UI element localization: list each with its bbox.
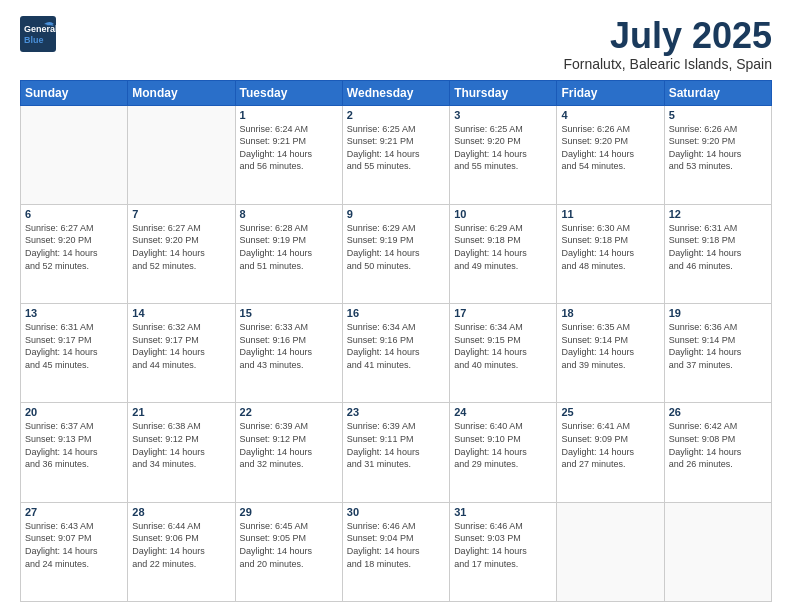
calendar-cell: 30Sunrise: 6:46 AM Sunset: 9:04 PM Dayli… <box>342 502 449 601</box>
weekday-header: Sunday <box>21 80 128 105</box>
day-number: 4 <box>561 109 659 121</box>
calendar-cell: 22Sunrise: 6:39 AM Sunset: 9:12 PM Dayli… <box>235 403 342 502</box>
calendar-cell: 8Sunrise: 6:28 AM Sunset: 9:19 PM Daylig… <box>235 204 342 303</box>
day-info: Sunrise: 6:24 AM Sunset: 9:21 PM Dayligh… <box>240 123 338 173</box>
calendar-cell: 20Sunrise: 6:37 AM Sunset: 9:13 PM Dayli… <box>21 403 128 502</box>
day-number: 12 <box>669 208 767 220</box>
day-info: Sunrise: 6:45 AM Sunset: 9:05 PM Dayligh… <box>240 520 338 570</box>
day-info: Sunrise: 6:26 AM Sunset: 9:20 PM Dayligh… <box>561 123 659 173</box>
weekday-header: Monday <box>128 80 235 105</box>
day-number: 16 <box>347 307 445 319</box>
day-info: Sunrise: 6:42 AM Sunset: 9:08 PM Dayligh… <box>669 420 767 470</box>
day-number: 10 <box>454 208 552 220</box>
weekday-header: Friday <box>557 80 664 105</box>
day-info: Sunrise: 6:46 AM Sunset: 9:03 PM Dayligh… <box>454 520 552 570</box>
calendar-week-row: 13Sunrise: 6:31 AM Sunset: 9:17 PM Dayli… <box>21 304 772 403</box>
day-info: Sunrise: 6:32 AM Sunset: 9:17 PM Dayligh… <box>132 321 230 371</box>
day-info: Sunrise: 6:29 AM Sunset: 9:19 PM Dayligh… <box>347 222 445 272</box>
day-info: Sunrise: 6:37 AM Sunset: 9:13 PM Dayligh… <box>25 420 123 470</box>
day-info: Sunrise: 6:44 AM Sunset: 9:06 PM Dayligh… <box>132 520 230 570</box>
day-info: Sunrise: 6:33 AM Sunset: 9:16 PM Dayligh… <box>240 321 338 371</box>
day-info: Sunrise: 6:41 AM Sunset: 9:09 PM Dayligh… <box>561 420 659 470</box>
day-number: 31 <box>454 506 552 518</box>
calendar-cell: 6Sunrise: 6:27 AM Sunset: 9:20 PM Daylig… <box>21 204 128 303</box>
day-number: 18 <box>561 307 659 319</box>
calendar-cell: 26Sunrise: 6:42 AM Sunset: 9:08 PM Dayli… <box>664 403 771 502</box>
calendar-cell: 10Sunrise: 6:29 AM Sunset: 9:18 PM Dayli… <box>450 204 557 303</box>
day-info: Sunrise: 6:35 AM Sunset: 9:14 PM Dayligh… <box>561 321 659 371</box>
svg-text:Blue: Blue <box>24 35 44 45</box>
calendar-week-row: 6Sunrise: 6:27 AM Sunset: 9:20 PM Daylig… <box>21 204 772 303</box>
day-number: 28 <box>132 506 230 518</box>
calendar-cell: 13Sunrise: 6:31 AM Sunset: 9:17 PM Dayli… <box>21 304 128 403</box>
day-info: Sunrise: 6:40 AM Sunset: 9:10 PM Dayligh… <box>454 420 552 470</box>
calendar-cell: 14Sunrise: 6:32 AM Sunset: 9:17 PM Dayli… <box>128 304 235 403</box>
day-number: 1 <box>240 109 338 121</box>
calendar-cell: 15Sunrise: 6:33 AM Sunset: 9:16 PM Dayli… <box>235 304 342 403</box>
weekday-header: Saturday <box>664 80 771 105</box>
day-info: Sunrise: 6:39 AM Sunset: 9:11 PM Dayligh… <box>347 420 445 470</box>
day-info: Sunrise: 6:38 AM Sunset: 9:12 PM Dayligh… <box>132 420 230 470</box>
calendar-cell: 5Sunrise: 6:26 AM Sunset: 9:20 PM Daylig… <box>664 105 771 204</box>
weekday-header: Tuesday <box>235 80 342 105</box>
calendar-cell: 16Sunrise: 6:34 AM Sunset: 9:16 PM Dayli… <box>342 304 449 403</box>
calendar-cell: 9Sunrise: 6:29 AM Sunset: 9:19 PM Daylig… <box>342 204 449 303</box>
day-info: Sunrise: 6:27 AM Sunset: 9:20 PM Dayligh… <box>132 222 230 272</box>
header: General Blue July 2025 Fornalutx, Balear… <box>20 16 772 72</box>
calendar-table: SundayMondayTuesdayWednesdayThursdayFrid… <box>20 80 772 602</box>
calendar-cell: 7Sunrise: 6:27 AM Sunset: 9:20 PM Daylig… <box>128 204 235 303</box>
calendar-week-row: 20Sunrise: 6:37 AM Sunset: 9:13 PM Dayli… <box>21 403 772 502</box>
day-number: 25 <box>561 406 659 418</box>
weekday-header: Thursday <box>450 80 557 105</box>
calendar-week-row: 27Sunrise: 6:43 AM Sunset: 9:07 PM Dayli… <box>21 502 772 601</box>
day-info: Sunrise: 6:25 AM Sunset: 9:21 PM Dayligh… <box>347 123 445 173</box>
calendar-cell <box>128 105 235 204</box>
day-info: Sunrise: 6:26 AM Sunset: 9:20 PM Dayligh… <box>669 123 767 173</box>
calendar-cell: 23Sunrise: 6:39 AM Sunset: 9:11 PM Dayli… <box>342 403 449 502</box>
day-number: 9 <box>347 208 445 220</box>
calendar-cell: 27Sunrise: 6:43 AM Sunset: 9:07 PM Dayli… <box>21 502 128 601</box>
calendar-cell: 11Sunrise: 6:30 AM Sunset: 9:18 PM Dayli… <box>557 204 664 303</box>
calendar-cell: 29Sunrise: 6:45 AM Sunset: 9:05 PM Dayli… <box>235 502 342 601</box>
day-number: 13 <box>25 307 123 319</box>
calendar-cell: 24Sunrise: 6:40 AM Sunset: 9:10 PM Dayli… <box>450 403 557 502</box>
calendar-cell: 28Sunrise: 6:44 AM Sunset: 9:06 PM Dayli… <box>128 502 235 601</box>
day-info: Sunrise: 6:29 AM Sunset: 9:18 PM Dayligh… <box>454 222 552 272</box>
calendar-cell: 12Sunrise: 6:31 AM Sunset: 9:18 PM Dayli… <box>664 204 771 303</box>
calendar-cell: 2Sunrise: 6:25 AM Sunset: 9:21 PM Daylig… <box>342 105 449 204</box>
day-number: 24 <box>454 406 552 418</box>
day-number: 3 <box>454 109 552 121</box>
day-info: Sunrise: 6:30 AM Sunset: 9:18 PM Dayligh… <box>561 222 659 272</box>
day-number: 19 <box>669 307 767 319</box>
title-block: July 2025 Fornalutx, Balearic Islands, S… <box>563 16 772 72</box>
day-number: 27 <box>25 506 123 518</box>
day-info: Sunrise: 6:34 AM Sunset: 9:15 PM Dayligh… <box>454 321 552 371</box>
day-info: Sunrise: 6:34 AM Sunset: 9:16 PM Dayligh… <box>347 321 445 371</box>
location-title: Fornalutx, Balearic Islands, Spain <box>563 56 772 72</box>
calendar-cell: 17Sunrise: 6:34 AM Sunset: 9:15 PM Dayli… <box>450 304 557 403</box>
day-info: Sunrise: 6:31 AM Sunset: 9:18 PM Dayligh… <box>669 222 767 272</box>
calendar-cell <box>557 502 664 601</box>
calendar-cell <box>21 105 128 204</box>
day-number: 15 <box>240 307 338 319</box>
weekday-header: Wednesday <box>342 80 449 105</box>
day-number: 2 <box>347 109 445 121</box>
calendar-cell <box>664 502 771 601</box>
month-title: July 2025 <box>563 16 772 56</box>
day-info: Sunrise: 6:43 AM Sunset: 9:07 PM Dayligh… <box>25 520 123 570</box>
calendar-cell: 1Sunrise: 6:24 AM Sunset: 9:21 PM Daylig… <box>235 105 342 204</box>
day-info: Sunrise: 6:27 AM Sunset: 9:20 PM Dayligh… <box>25 222 123 272</box>
calendar-week-row: 1Sunrise: 6:24 AM Sunset: 9:21 PM Daylig… <box>21 105 772 204</box>
day-number: 22 <box>240 406 338 418</box>
day-number: 30 <box>347 506 445 518</box>
header-row: SundayMondayTuesdayWednesdayThursdayFrid… <box>21 80 772 105</box>
svg-rect-0 <box>20 16 56 52</box>
page: General Blue July 2025 Fornalutx, Balear… <box>0 0 792 612</box>
day-info: Sunrise: 6:28 AM Sunset: 9:19 PM Dayligh… <box>240 222 338 272</box>
logo-icon: General Blue <box>20 16 56 52</box>
day-info: Sunrise: 6:46 AM Sunset: 9:04 PM Dayligh… <box>347 520 445 570</box>
day-number: 6 <box>25 208 123 220</box>
day-number: 26 <box>669 406 767 418</box>
svg-text:General: General <box>24 24 56 34</box>
day-number: 7 <box>132 208 230 220</box>
